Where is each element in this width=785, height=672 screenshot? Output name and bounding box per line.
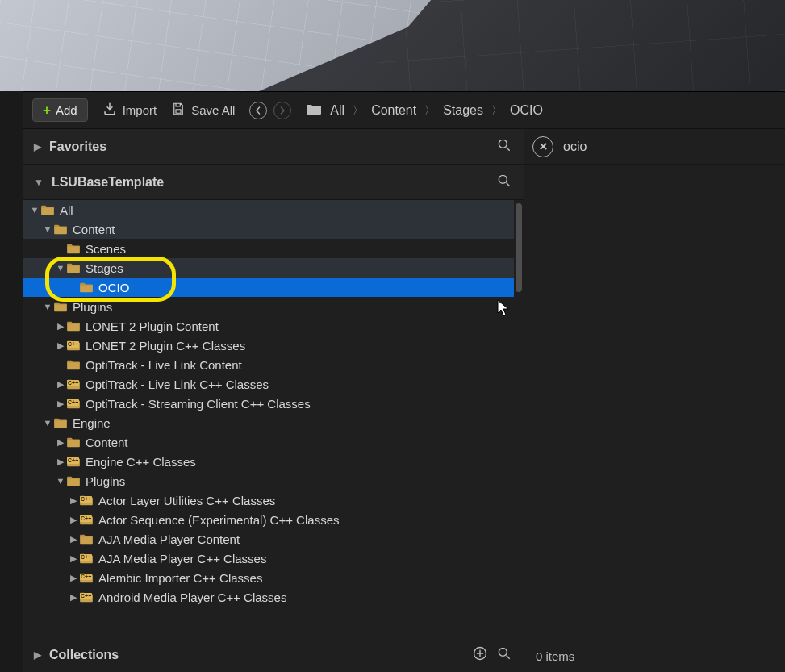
tree-item-label: Android Media Player C++ Classes: [98, 591, 286, 604]
tree-item[interactable]: ▶ Content: [23, 432, 514, 452]
search-input[interactable]: [563, 140, 777, 154]
folder-icon: [66, 475, 81, 486]
folder-icon: [66, 359, 81, 370]
expand-icon[interactable]: ▼: [55, 263, 66, 273]
expand-icon[interactable]: ▶: [55, 457, 66, 467]
tree-item-label: AJA Media Player C++ Classes: [98, 552, 266, 566]
breadcrumb-seg-2[interactable]: OCIO: [510, 103, 543, 118]
back-button[interactable]: [249, 102, 267, 119]
tree-item-label: Engine: [73, 416, 111, 430]
tree-item-label: Actor Layer Utilities C++ Classes: [98, 494, 275, 507]
breadcrumb: All 〉 Content 〉 Stages 〉 OCIO: [306, 102, 543, 119]
cpp-folder-icon: C++: [79, 495, 94, 506]
tree-item-label: Alembic Importer C++ Classes: [98, 571, 262, 585]
tree-item[interactable]: ▼ Plugins: [23, 297, 514, 316]
expand-icon[interactable]: ▶: [68, 534, 79, 545]
asset-grid[interactable]: [524, 165, 785, 640]
expand-icon[interactable]: ▶: [68, 592, 79, 603]
tree-item[interactable]: ▶ C++ Actor Sequence (Experimental) C++ …: [23, 510, 514, 529]
import-icon: [102, 102, 117, 119]
tree-item-label: OptiTrack - Live Link Content: [86, 358, 242, 372]
import-button[interactable]: Import: [102, 102, 157, 119]
expand-icon[interactable]: ▶: [55, 379, 66, 390]
expand-icon[interactable]: ▶: [68, 573, 79, 583]
svg-point-1: [499, 175, 507, 183]
tree-item-label: All: [60, 203, 73, 217]
search-icon[interactable]: [496, 137, 512, 157]
tree-item-label: LONET 2 Plugin Content: [86, 319, 219, 333]
expand-icon: ▶: [34, 649, 41, 661]
project-header[interactable]: ▼ LSUBaseTemplate: [23, 165, 524, 200]
tree-item[interactable]: ▶ C++ Android Media Player C++ Classes: [23, 587, 514, 607]
expand-icon[interactable]: ▶: [55, 399, 66, 409]
favorites-header[interactable]: ▶ Favorites: [23, 129, 524, 165]
tree-item[interactable]: ▶ C++ OptiTrack - Streaming Client C++ C…: [23, 394, 514, 413]
svg-point-3: [499, 648, 507, 656]
expand-icon[interactable]: ▶: [68, 515, 79, 525]
search-icon[interactable]: [496, 645, 512, 665]
tree-item[interactable]: ▶ C++ LONET 2 Plugin C++ Classes: [23, 336, 514, 355]
tree-item[interactable]: ▼ All: [23, 200, 514, 219]
expand-icon[interactable]: ▶: [55, 321, 66, 332]
breadcrumb-seg-1[interactable]: Stages: [443, 103, 483, 118]
breadcrumb-root[interactable]: All: [330, 103, 344, 118]
tree-item-label: Actor Sequence (Experimental) C++ Classe…: [98, 513, 339, 527]
collections-label: Collections: [49, 648, 119, 662]
tree-item-label: Scenes: [86, 242, 126, 256]
tree-item[interactable]: ▶ AJA Media Player Content: [23, 529, 514, 549]
folder-icon: [53, 417, 68, 428]
toolbar: + Add Import Save All: [23, 92, 785, 129]
save-all-label: Save All: [191, 103, 235, 117]
tree-item[interactable]: ▶ C++ Engine C++ Classes: [23, 452, 514, 471]
folder-icon: [79, 533, 94, 545]
cpp-folder-icon: C++: [79, 514, 94, 525]
tree-item[interactable]: ▶ C++ AJA Media Player C++ Classes: [23, 549, 514, 568]
save-all-button[interactable]: Save All: [171, 102, 235, 119]
add-button-label: Add: [56, 103, 77, 117]
folder-icon: [53, 223, 68, 235]
tree-item[interactable]: ▼ Plugins: [23, 471, 514, 490]
tree-item[interactable]: Scenes: [23, 239, 514, 258]
expand-icon[interactable]: ▼: [29, 205, 40, 215]
expand-icon[interactable]: ▼: [55, 476, 66, 486]
source-tree[interactable]: ▼ All▼ Content Scenes▼ Stages OCIO▼: [23, 200, 514, 637]
tree-item-label: LONET 2 Plugin C++ Classes: [86, 339, 245, 353]
tree-item-label: Stages: [86, 261, 123, 275]
expand-icon[interactable]: ▶: [55, 437, 66, 448]
expand-icon[interactable]: ▶: [68, 495, 79, 506]
expand-icon[interactable]: ▼: [42, 302, 53, 311]
breadcrumb-seg-0[interactable]: Content: [371, 103, 416, 118]
add-button[interactable]: + Add: [32, 98, 88, 122]
cpp-folder-icon: C++: [66, 398, 81, 409]
search-icon[interactable]: [496, 173, 512, 192]
clear-search-button[interactable]: [532, 136, 553, 157]
tree-item[interactable]: ▶ C++ Alembic Importer C++ Classes: [23, 568, 514, 587]
folder-icon: [40, 204, 55, 215]
expand-icon[interactable]: ▼: [42, 224, 53, 234]
favorites-label: Favorites: [49, 140, 106, 154]
tree-item[interactable]: ▶ C++ OptiTrack - Live Link C++ Classes: [23, 374, 514, 394]
tree-item[interactable]: ▼ Engine: [23, 413, 514, 432]
tree-item[interactable]: ▼ Content: [23, 219, 514, 239]
tree-item[interactable]: ▼ Stages: [23, 258, 514, 278]
collections-header[interactable]: ▶ Collections: [23, 637, 524, 672]
tree-item[interactable]: ▶ C++ Actor Layer Utilities C++ Classes: [23, 490, 514, 510]
folder-icon: [53, 301, 68, 312]
add-collection-button[interactable]: [472, 645, 488, 665]
save-icon: [171, 102, 186, 119]
scrollbar[interactable]: [516, 203, 522, 292]
expand-icon[interactable]: ▼: [42, 418, 53, 428]
expand-icon[interactable]: ▶: [68, 553, 79, 564]
expand-icon[interactable]: ▶: [55, 340, 66, 351]
item-count: 0 items: [536, 649, 574, 663]
sources-panel: ▶ Favorites ▼ LSUBaseTemplate ▼: [23, 129, 524, 672]
tree-item[interactable]: OptiTrack - Live Link Content: [23, 355, 514, 374]
forward-button[interactable]: [273, 102, 291, 119]
tree-item[interactable]: OCIO: [23, 278, 514, 297]
folder-icon: [79, 282, 94, 293]
tree-item-label: Plugins: [86, 474, 125, 488]
expand-icon: ▶: [34, 141, 41, 152]
chevron-right-icon: 〉: [491, 103, 502, 118]
tree-item[interactable]: ▶ LONET 2 Plugin Content: [23, 316, 514, 336]
history-nav: [249, 102, 291, 119]
